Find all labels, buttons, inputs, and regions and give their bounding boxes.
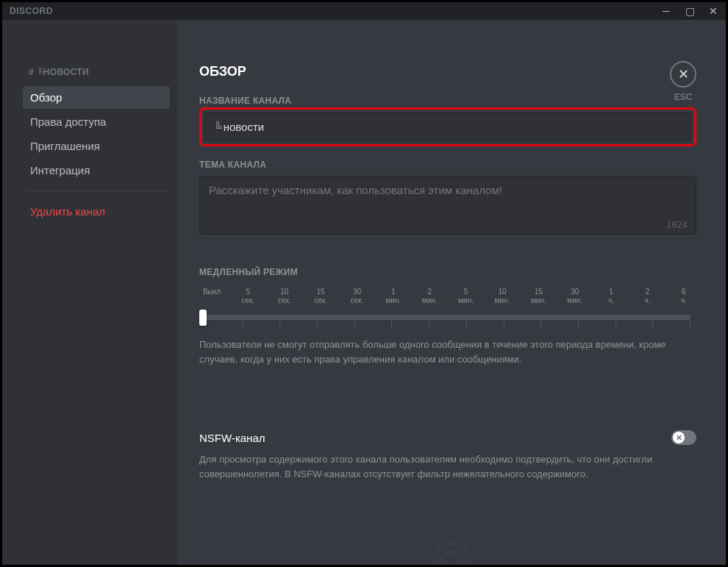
slider-tick — [504, 320, 504, 329]
sidebar: # ╚ НОВОСТИ Обзор Права доступа Приглаше… — [2, 20, 177, 565]
channel-name-label: НАЗВАНИЕ КАНАЛА — [199, 96, 696, 106]
slowmode-label: МЕДЛЕННЫЙ РЕЖИМ — [199, 267, 696, 277]
sidebar-item-label: Приглашения — [30, 140, 100, 152]
divider — [199, 403, 696, 404]
sidebar-channel-name: НОВОСТИ — [43, 67, 89, 77]
slider-tick-label: 30сек. — [345, 288, 370, 305]
close-icon: ✕ — [678, 66, 689, 82]
nsfw-row: NSFW-канал ✕ — [199, 430, 696, 445]
close-window-button[interactable]: ✕ — [707, 5, 720, 17]
channel-name-input[interactable]: ╚новости — [204, 113, 691, 141]
esc-label: ESC — [670, 92, 696, 102]
app-logo: DISCORD — [10, 6, 53, 16]
close-settings: ✕ ESC — [670, 61, 696, 102]
hash-icon: # — [29, 67, 34, 77]
slider-tick — [429, 320, 429, 329]
slider-tick — [690, 320, 690, 329]
sidebar-item-overview[interactable]: Обзор — [23, 86, 170, 109]
window-controls: ─ ▢ ✕ — [660, 5, 720, 17]
topic-input[interactable] — [199, 176, 696, 235]
page-title: ОБЗОР — [199, 64, 696, 79]
channel-name-highlight: ╚новости — [199, 107, 696, 146]
content: # ╚ НОВОСТИ Обзор Права доступа Приглаше… — [2, 20, 726, 565]
slider-tick — [317, 320, 318, 329]
slider-tick-label: 5мин. — [454, 288, 479, 305]
slider-thumb[interactable] — [199, 310, 207, 326]
sidebar-separator — [26, 190, 167, 191]
slider-labels: Выкл5сек.10сек.15сек.30сек.1мин.2мин.5ми… — [199, 288, 696, 305]
slider-tick-label: 10сек. — [272, 288, 297, 305]
sidebar-item-permissions[interactable]: Права доступа — [23, 110, 170, 133]
slowmode-help: Пользователи не смогут отправлять больше… — [199, 338, 696, 366]
slider-tick-label: 2ч. — [635, 288, 660, 305]
channel-name-value: новости — [224, 121, 265, 133]
slider-tick — [540, 320, 541, 329]
nsfw-help: Для просмотра содержимого этого канала п… — [199, 452, 696, 481]
maximize-button[interactable]: ▢ — [683, 5, 696, 17]
slider-tick — [354, 320, 355, 329]
slowmode-slider[interactable]: Выкл5сек.10сек.15сек.30сек.1мин.2мин.5ми… — [199, 288, 696, 327]
slider-tick — [578, 320, 579, 329]
slider-ticks — [205, 320, 690, 329]
slider-tick — [615, 320, 616, 329]
slowmode-section: МЕДЛЕННЫЙ РЕЖИМ Выкл5сек.10сек.15сек.30с… — [199, 267, 696, 366]
channel-name-prefix-icon: ╚ — [214, 121, 222, 133]
slider-tick — [652, 320, 653, 329]
slider-tick-label: 1мин. — [381, 288, 406, 305]
nsfw-toggle[interactable]: ✕ — [671, 430, 696, 445]
delete-channel-button[interactable]: Удалить канал — [23, 200, 170, 223]
sidebar-item-integration[interactable]: Интеграция — [23, 159, 170, 182]
slider-tick — [391, 320, 392, 329]
topic-wrap: 1024 — [199, 176, 696, 238]
toggle-knob: ✕ — [673, 432, 685, 443]
gear-icon — [415, 532, 488, 565]
sidebar-item-label: Права доступа — [30, 115, 106, 128]
nsfw-title: NSFW-канал — [199, 432, 265, 444]
slider-track-wrap — [199, 310, 696, 327]
branch-icon: ╚ — [37, 67, 43, 77]
minimize-button[interactable]: ─ — [660, 5, 673, 17]
slider-tick-label: 2мин. — [417, 288, 442, 305]
sidebar-item-invites[interactable]: Приглашения — [23, 135, 170, 157]
sidebar-item-label: Обзор — [30, 91, 62, 104]
slider-tick — [466, 320, 467, 329]
sidebar-item-label: Интеграция — [30, 164, 90, 176]
sidebar-channel-header: # ╚ НОВОСТИ — [23, 64, 170, 80]
slider-tick-label: 6ч. — [671, 288, 696, 305]
delete-channel-label: Удалить канал — [30, 205, 105, 218]
main-panel: ✕ ESC ОБЗОР НАЗВАНИЕ КАНАЛА ╚новости ТЕМ… — [177, 20, 726, 565]
slider-track — [205, 315, 690, 320]
close-button[interactable]: ✕ — [670, 61, 696, 88]
slider-tick-label: Выкл — [199, 288, 224, 305]
topic-label: ТЕМА КАНАЛА — [199, 160, 696, 170]
slider-tick-label: 15сек. — [308, 288, 333, 305]
slider-tick-label: 1ч. — [599, 288, 624, 305]
slider-tick-label: 30мин. — [563, 288, 588, 305]
toggle-off-icon: ✕ — [676, 433, 682, 443]
slider-tick-label: 10мин. — [490, 288, 515, 305]
topic-char-count: 1024 — [666, 220, 688, 230]
titlebar: DISCORD ─ ▢ ✕ — [2, 2, 726, 20]
window: DISCORD ─ ▢ ✕ # ╚ НОВОСТИ Обзор Права до… — [2, 2, 726, 565]
slider-tick — [243, 320, 243, 329]
slider-tick-label: 15мин. — [526, 288, 551, 305]
slider-tick — [279, 320, 280, 329]
slider-tick-label: 5сек. — [235, 288, 260, 305]
